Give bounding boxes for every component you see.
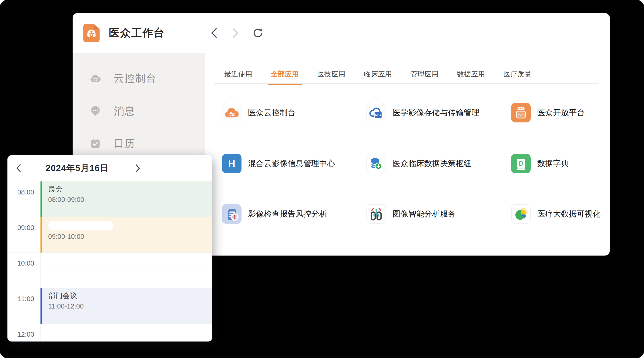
- app-label: 医众开放平台: [537, 107, 585, 118]
- calendar-event-morning-meeting[interactable]: 晨会 08:00-09:00: [40, 181, 212, 217]
- chevron-right-icon: [232, 28, 239, 38]
- database-plus-icon: [369, 156, 384, 171]
- sidebar-item-label: 云控制台: [114, 72, 156, 85]
- tab-data-apps[interactable]: 数据应用: [457, 69, 485, 79]
- calendar-next-button[interactable]: [132, 163, 143, 173]
- message-bubble-icon: [90, 106, 101, 116]
- lungs-icon: [369, 206, 384, 221]
- calendar-prev-button[interactable]: [14, 163, 24, 173]
- calendar-date-label: 2024年5月16日: [35, 155, 119, 181]
- cloud-sliders-icon: [224, 107, 239, 119]
- pie-chart-icon: [514, 206, 528, 221]
- dictionary-book-icon: D: [514, 156, 528, 171]
- event-time-range: 11:00-12:00: [48, 302, 212, 310]
- calendar-check-icon: [90, 138, 101, 149]
- robot-page-icon: [83, 24, 100, 42]
- event-time-range: 09:00-10:00: [48, 232, 212, 241]
- app-label: 医众云控制台: [248, 107, 296, 118]
- cloud-storage-icon: Mos: [369, 105, 384, 120]
- window-header: 医众工作台: [72, 13, 610, 53]
- app-tile-clinical-data-hub[interactable]: 医众临床数据决策枢纽: [366, 154, 502, 173]
- header-nav: [209, 13, 263, 53]
- redacted-event-title: [48, 221, 113, 230]
- back-button[interactable]: [209, 28, 219, 38]
- tab-management-apps[interactable]: 管理应用: [410, 69, 438, 79]
- event-title: 晨会: [48, 185, 212, 193]
- tab-recent[interactable]: 最近使用: [224, 69, 252, 79]
- app-tile-hybrid-cloud[interactable]: H 混合云影像信息管理中心: [222, 154, 357, 173]
- time-label: 09:00: [8, 224, 34, 232]
- report-alert-icon: [224, 206, 239, 221]
- app-content: 最近使用 全部应用 医技应用 临床应用 管理应用 数据应用 医疗质量: [205, 53, 610, 256]
- sidebar-item-label: 消息: [114, 104, 135, 118]
- desktop-background: 医众工作台: [0, 0, 644, 358]
- app-tile-report-risk[interactable]: 影像检查报告风控分析: [222, 204, 357, 224]
- sidebar-item-cloud-console[interactable]: 云控制台: [72, 71, 156, 86]
- open-platform-code-icon: </>: [514, 105, 528, 120]
- mos-badge: Mos: [375, 114, 381, 117]
- tab-clinical-apps[interactable]: 临床应用: [364, 69, 392, 79]
- app-label: 图像智能分析服务: [392, 209, 456, 219]
- hour-line: [8, 324, 212, 324]
- time-label: 10:00: [8, 259, 34, 267]
- app-label: 混合云影像信息管理中心: [248, 158, 335, 169]
- event-title: 部门会议: [48, 291, 212, 300]
- app-label: 医学影像存储与传输管理: [392, 107, 480, 118]
- refresh-button[interactable]: [252, 28, 263, 38]
- time-label: 12:00: [8, 330, 34, 338]
- chevron-right-icon: [135, 164, 140, 172]
- sidebar-item-calendar[interactable]: 日历: [72, 136, 135, 151]
- time-label: 11:00: [8, 295, 34, 303]
- half-hour-line: [40, 270, 212, 270]
- tab-all-apps[interactable]: 全部应用: [271, 69, 299, 79]
- app-tile-image-storage[interactable]: Mos 医学影像存储与传输管理: [366, 103, 502, 122]
- tab-medtech-apps[interactable]: 医技应用: [317, 69, 345, 79]
- app-tile-cloud-console[interactable]: 医众云控制台: [222, 103, 357, 122]
- event-time-range: 08:00-09:00: [48, 195, 212, 204]
- d-letter: D: [519, 160, 524, 167]
- app-tile-data-dictionary[interactable]: D 数据字典: [511, 154, 610, 173]
- calendar-event-redacted[interactable]: 09:00-10:00: [40, 217, 212, 253]
- hybrid-cloud-icon: H: [224, 156, 239, 171]
- calendar-event-department-meeting[interactable]: 部门会议 11:00-12:00: [40, 288, 212, 324]
- sidebar-item-label: 日历: [114, 137, 135, 151]
- page-title: 医众工作台: [109, 26, 165, 40]
- tab-bar: 最近使用 全部应用 医技应用 临床应用 管理应用 数据应用 医疗质量: [224, 65, 532, 84]
- h-letter: H: [228, 158, 235, 169]
- forward-button[interactable]: [230, 28, 241, 38]
- time-label: 08:00: [8, 188, 34, 196]
- cloud-console-icon: [90, 73, 101, 84]
- tab-quality[interactable]: 医疗质量: [504, 69, 532, 79]
- tab-divider: [214, 83, 599, 84]
- calendar-panel: 2024年5月16日 08:00 09:00 10:00 11:00 12:: [8, 155, 212, 342]
- sidebar-item-messages[interactable]: 消息: [72, 104, 135, 119]
- app-label: 影像检查报告风控分析: [248, 209, 327, 219]
- calendar-day-grid: 08:00 09:00 10:00 11:00 12:00 晨会 08:00-0…: [8, 181, 212, 342]
- app-label: 医疗大数据可视化: [537, 209, 600, 219]
- refresh-icon: [252, 28, 263, 38]
- chevron-left-icon: [210, 28, 217, 38]
- app-label: 医众临床数据决策枢纽: [392, 158, 472, 169]
- code-glyph: </>: [518, 113, 524, 117]
- app-tile-image-ai[interactable]: 图像智能分析服务: [366, 204, 502, 224]
- calendar-header: 2024年5月16日: [8, 155, 212, 181]
- app-tile-open-platform[interactable]: </> 医众开放平台: [511, 103, 610, 122]
- chevron-left-icon: [16, 164, 21, 172]
- app-label: 数据字典: [537, 158, 569, 169]
- app-tile-big-data-viz[interactable]: 医疗大数据可视化: [511, 204, 610, 224]
